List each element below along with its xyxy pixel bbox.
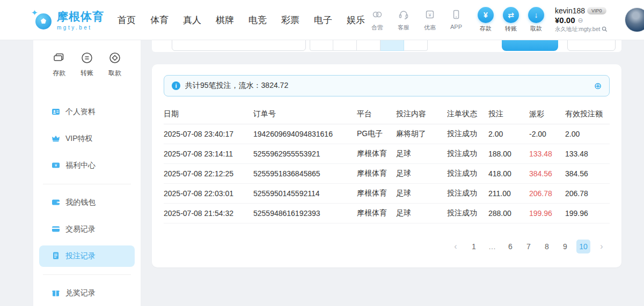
sidebar-item-label: VIP特权 <box>65 134 93 144</box>
cell-order-no: 5255951836845865 <box>253 169 357 178</box>
sidebar-item-profile[interactable]: 个人资料 <box>39 101 135 123</box>
table-row[interactable]: 2025-07-08 22:03:01 5255950145592114 摩根体… <box>164 184 610 204</box>
sidebar-item-bet-records[interactable]: 投注记录 <box>39 245 135 267</box>
transfer-button[interactable]: ⇄ 转账 <box>503 7 519 33</box>
cell-valid-bet: 2.00 <box>565 130 610 138</box>
cell-status: 投注成功 <box>447 208 488 218</box>
sidebar-item-vip[interactable]: VIP特权 <box>39 128 135 150</box>
sidebar-item-label: 兑奖记录 <box>65 288 96 298</box>
table-row[interactable]: 2025-07-08 23:40:17 1942609694094831616 … <box>164 124 610 144</box>
sidebar-transfer-button[interactable]: 转账 <box>80 51 94 78</box>
cell-bet: 418.00 <box>488 169 529 178</box>
cell-content: 足球 <box>396 169 447 178</box>
cell-order-no: 1942609694094831616 <box>253 130 357 138</box>
cell-valid-bet: 133.48 <box>565 150 610 158</box>
table-row[interactable]: 2025-07-08 23:14:11 5255962955553921 摩根体… <box>164 144 610 164</box>
cell-status: 投注成功 <box>447 169 488 178</box>
main-content: i 共计95笔投注，流水：3824.72 ⊕ 日期 订单号 平台 投注内容 注单… <box>152 40 621 306</box>
bet-record-icon <box>52 251 60 262</box>
transfer-coin-icon <box>80 51 94 66</box>
withdraw-button[interactable]: ↓ 取款 <box>528 7 544 33</box>
logo-ball-icon: ✦ <box>30 9 53 31</box>
balance-refresh-icon[interactable]: ⊖ <box>578 17 583 24</box>
info-icon: i <box>172 81 180 90</box>
summary-bar: i 共计95笔投注，流水：3824.72 ⊕ <box>164 75 610 96</box>
svg-text:¥: ¥ <box>428 12 431 17</box>
cell-bet: 2.00 <box>488 130 529 138</box>
withdraw-coin-icon <box>108 51 122 66</box>
cell-bet: 211.00 <box>488 189 529 198</box>
nav-chess[interactable]: 棋牌 <box>213 12 237 28</box>
partner-link[interactable]: 合营 <box>368 9 387 32</box>
cell-status: 投注成功 <box>447 149 488 159</box>
page-ellipsis[interactable]: … <box>485 240 499 253</box>
col-status: 注单状态 <box>447 109 488 119</box>
magnifier-icon[interactable] <box>602 26 608 33</box>
cell-payout: -2.00 <box>529 130 565 138</box>
table-row[interactable]: 2025-07-08 22:12:25 5255951836845865 摩根体… <box>164 164 610 184</box>
cell-content: 足球 <box>396 189 447 198</box>
app-label: APP <box>450 24 462 30</box>
page-button-6[interactable]: 6 <box>503 240 517 253</box>
logo-star-icon: ✦ <box>31 9 38 17</box>
sidebar-item-label: 福利中心 <box>65 161 96 170</box>
sidebar-divider <box>43 184 131 184</box>
sidebar-item-transactions[interactable]: 交易记录 <box>39 219 135 240</box>
cell-order-no: 5255948616192393 <box>253 209 357 218</box>
cell-status: 投注成功 <box>447 189 488 198</box>
transfer-label: 转账 <box>505 25 517 33</box>
cell-date: 2025-07-08 21:54:32 <box>164 209 253 218</box>
cell-date: 2025-07-08 23:14:11 <box>164 150 253 158</box>
cell-content: 麻将胡了 <box>396 129 447 139</box>
nav-lottery[interactable]: 彩票 <box>279 12 302 28</box>
sidebar-item-label: 个人资料 <box>65 107 96 117</box>
partner-icon <box>371 9 383 23</box>
logo[interactable]: ✦ 摩根体育 mgty.bet <box>30 9 104 31</box>
sidebar-deposit-button[interactable]: 存款 <box>52 51 66 78</box>
expand-icon[interactable]: ⊕ <box>594 81 602 91</box>
pagination: ‹ 1 … 6 7 8 9 10 › <box>164 240 610 253</box>
prev-page-button[interactable]: ‹ <box>449 240 463 253</box>
sidebar-quick-actions: 存款 转账 取款 <box>33 49 141 83</box>
page-button-9[interactable]: 9 <box>558 240 572 253</box>
page-button-10-active[interactable]: 10 <box>576 240 590 253</box>
withdraw-label: 取款 <box>530 25 542 33</box>
customer-service-link[interactable]: 客服 <box>394 9 413 32</box>
page-button-1[interactable]: 1 <box>467 240 481 253</box>
nav-slots[interactable]: 电子 <box>311 12 335 28</box>
deposit-label: 存款 <box>480 25 492 33</box>
page-button-7[interactable]: 7 <box>522 240 536 253</box>
vip-crown-icon <box>52 134 60 144</box>
cell-bet: 188.00 <box>488 150 529 158</box>
cell-platform: PG电子 <box>357 129 396 139</box>
nav-esports[interactable]: 电竞 <box>246 12 269 28</box>
balance-value: ¥0.00 <box>555 16 575 25</box>
app-link[interactable]: APP <box>447 9 466 32</box>
table-row[interactable]: 2025-07-08 21:54:32 5255948616192393 摩根体… <box>164 204 610 223</box>
sidebar-item-label: 投注记录 <box>65 251 96 261</box>
sidebar-menu: 个人资料 VIP特权 ¥ 福利中心 我的钱包 <box>33 101 141 304</box>
sidebar-item-welfare[interactable]: ¥ 福利中心 <box>39 155 135 176</box>
welfare-icon: ¥ <box>52 161 60 171</box>
cell-content: 足球 <box>396 149 447 159</box>
page-button-8[interactable]: 8 <box>540 240 554 253</box>
avatar[interactable] <box>625 8 644 32</box>
nav-sports[interactable]: 体育 <box>148 12 171 28</box>
customer-service-label: 客服 <box>398 24 409 32</box>
nav-home[interactable]: 首页 <box>115 12 138 28</box>
nav-entertainment[interactable]: 娱乐 <box>344 12 368 28</box>
sidebar-item-redeem-records[interactable]: 兑奖记录 <box>39 282 135 304</box>
cell-content: 足球 <box>396 208 447 218</box>
logo-subtitle: mgty.bet <box>57 25 104 31</box>
deposit-button[interactable]: ¥ 存款 <box>478 7 494 33</box>
sidebar-item-wallet[interactable]: 我的钱包 <box>39 192 135 213</box>
header-quick-links: 合营 客服 ¥ 优惠 <box>368 9 466 32</box>
cell-date: 2025-07-08 23:40:17 <box>164 130 253 138</box>
partner-label: 合营 <box>371 24 383 32</box>
username[interactable]: kevin188 <box>555 6 585 15</box>
nav-live-casino[interactable]: 真人 <box>180 12 204 28</box>
summary-text: 共计95笔投注，流水：3824.72 <box>185 81 288 91</box>
next-page-button[interactable]: › <box>595 240 609 253</box>
sidebar-withdraw-button[interactable]: 取款 <box>108 51 122 78</box>
promo-link[interactable]: ¥ 优惠 <box>420 9 440 32</box>
